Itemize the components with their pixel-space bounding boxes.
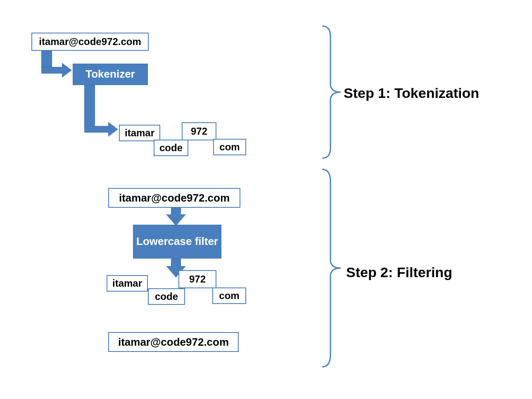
step2-token1-text: itamar [112,278,142,289]
step2-label-text: Step 2: Filtering [346,264,452,280]
step2-output-box: itamar@code972.com [108,332,239,352]
step2-token-972: 972 [178,270,216,288]
step2-token-com: com [212,287,246,304]
step1-token4-text: com [219,141,240,153]
arrow-tokenizer-to-tokens [84,85,121,139]
step1-token2-text: code [159,142,183,154]
step1-label: Step 1: Tokenization [344,85,479,101]
step2-brace [318,167,343,369]
filter-label: Lowercase filter [136,235,218,248]
step2-output-text: itamar@code972.com [118,336,229,349]
tokenizer-box: Tokenizer [73,64,148,85]
step1-input-box: itamar@code972.com [31,33,149,51]
step1-label-text: Step 1: Tokenization [344,85,479,101]
step1-brace [318,24,343,160]
step2-input-text: itamar@code972.com [119,192,230,204]
step2-token-code: code [148,288,185,305]
step1-token3-text: 972 [191,126,207,137]
step2-label: Step 2: Filtering [346,264,452,280]
filter-box: Lowercase filter [133,225,221,259]
arrow-input-to-filter [166,208,186,226]
step2-token3-text: 972 [189,273,206,285]
step1-token-code: code [154,140,188,156]
step2-token4-text: com [219,290,239,302]
step1-token-972: 972 [182,122,216,140]
step1-input-text: itamar@code972.com [39,36,141,48]
arrow-input-to-tokenizer [41,51,74,82]
step2-token-itamar: itamar [107,275,148,292]
step1-token-com: com [213,139,246,155]
step2-input-box: itamar@code972.com [108,188,240,208]
tokenizer-label: Tokenizer [86,68,135,81]
step1-token-itamar: itamar [119,125,160,141]
step2-token2-text: code [155,291,178,302]
step1-token1-text: itamar [125,127,154,139]
